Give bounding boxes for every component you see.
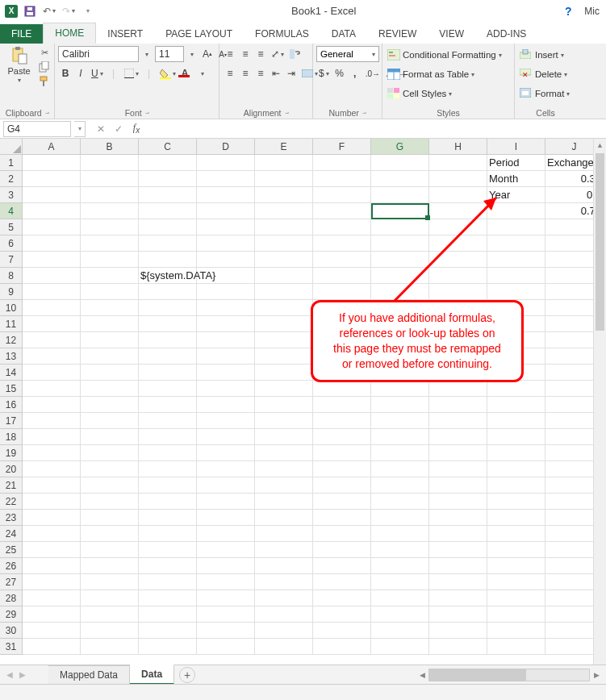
cell-A2[interactable] <box>23 171 81 187</box>
cell-H1[interactable] <box>429 155 487 171</box>
cell-A26[interactable] <box>23 558 81 574</box>
cell-H22[interactable] <box>429 494 487 510</box>
cell-C24[interactable] <box>139 526 197 542</box>
copy-button[interactable] <box>38 60 51 73</box>
cell-E25[interactable] <box>255 542 313 558</box>
redo-button[interactable]: ↷ <box>61 4 76 19</box>
font-name-select[interactable] <box>58 46 139 62</box>
tab-formulas[interactable]: FORMULAS <box>244 24 320 44</box>
cell-B25[interactable] <box>81 542 139 558</box>
cell-E10[interactable] <box>255 300 313 316</box>
cell-A8[interactable] <box>23 268 81 284</box>
cell-B9[interactable] <box>81 284 139 300</box>
cell-E14[interactable] <box>255 365 313 381</box>
row-header-12[interactable]: 12 <box>0 332 23 348</box>
cell-G22[interactable] <box>371 494 429 510</box>
cell-D7[interactable] <box>197 252 255 268</box>
cell-A1[interactable] <box>23 155 81 171</box>
format-as-table-button[interactable]: Format as Table ▾ <box>386 65 476 83</box>
align-left-button[interactable]: ≡ <box>223 65 237 81</box>
horizontal-scrollbar[interactable]: ◀ ▶ <box>195 669 606 681</box>
vertical-scroll-thumb[interactable] <box>596 153 604 331</box>
cell-C23[interactable] <box>139 510 197 526</box>
increase-indent-button[interactable]: ⇥ <box>284 65 299 81</box>
cell-H30[interactable] <box>429 623 487 639</box>
tab-review[interactable]: REVIEW <box>367 24 428 44</box>
cancel-formula-button[interactable]: ✕ <box>92 121 110 137</box>
cell-D12[interactable] <box>197 332 255 348</box>
cell-G17[interactable] <box>371 413 429 429</box>
row-header-5[interactable]: 5 <box>0 219 23 235</box>
cell-C15[interactable] <box>139 381 197 397</box>
cell-B4[interactable] <box>81 203 139 219</box>
cell-D19[interactable] <box>197 445 255 461</box>
cell-styles-button[interactable]: Cell Styles ▾ <box>386 85 453 102</box>
cell-A24[interactable] <box>23 526 81 542</box>
cell-F23[interactable] <box>313 510 371 526</box>
column-header-I[interactable]: I <box>487 139 545 154</box>
cell-B1[interactable] <box>81 155 139 171</box>
cut-button[interactable]: ✂ <box>38 46 51 59</box>
cell-F7[interactable] <box>313 252 371 268</box>
row-header-28[interactable]: 28 <box>0 590 23 606</box>
cell-C10[interactable] <box>139 300 197 316</box>
customize-qat-button[interactable]: ▾ <box>81 4 95 19</box>
cell-C6[interactable] <box>139 235 197 252</box>
cell-A3[interactable] <box>23 187 81 203</box>
cell-E22[interactable] <box>255 494 313 510</box>
cell-G26[interactable] <box>371 558 429 574</box>
cell-A25[interactable] <box>23 542 81 558</box>
scroll-right-button[interactable]: ▶ <box>590 669 603 681</box>
cell-H15[interactable] <box>429 381 487 397</box>
italic-button[interactable]: I <box>73 65 88 81</box>
cell-C8[interactable]: ${system.DATA} <box>139 268 197 284</box>
cell-G24[interactable] <box>371 526 429 542</box>
cell-I30[interactable] <box>487 623 545 639</box>
row-header-10[interactable]: 10 <box>0 300 23 316</box>
cell-F20[interactable] <box>313 461 371 477</box>
wrap-text-button[interactable] <box>287 46 303 62</box>
align-bottom-button[interactable]: ≡ <box>253 46 268 62</box>
cell-A20[interactable] <box>23 461 81 477</box>
cell-C29[interactable] <box>139 606 197 623</box>
row-header-31[interactable]: 31 <box>0 639 23 655</box>
scroll-left-button[interactable]: ◀ <box>416 669 428 681</box>
cell-A7[interactable] <box>23 252 81 268</box>
align-center-button[interactable]: ≡ <box>238 65 253 81</box>
row-header-24[interactable]: 24 <box>0 526 23 542</box>
tab-insert[interactable]: INSERT <box>96 24 154 44</box>
cell-D26[interactable] <box>197 558 255 574</box>
cell-D18[interactable] <box>197 429 255 445</box>
cell-I21[interactable] <box>487 477 545 494</box>
cell-F24[interactable] <box>313 526 371 542</box>
cell-E8[interactable] <box>255 268 313 284</box>
cell-C22[interactable] <box>139 494 197 510</box>
row-header-27[interactable]: 27 <box>0 574 23 590</box>
font-size-select[interactable] <box>155 46 184 62</box>
cell-I18[interactable] <box>487 429 545 445</box>
cell-E30[interactable] <box>255 623 313 639</box>
cell-A13[interactable] <box>23 348 81 365</box>
cell-I28[interactable] <box>487 590 545 606</box>
cell-F19[interactable] <box>313 445 371 461</box>
increase-decimal-button[interactable]: .0→ <box>363 65 382 81</box>
cell-E17[interactable] <box>255 413 313 429</box>
cell-E29[interactable] <box>255 606 313 623</box>
cell-C13[interactable] <box>139 348 197 365</box>
cell-C12[interactable] <box>139 332 197 348</box>
cell-B5[interactable] <box>81 219 139 235</box>
cell-E31[interactable] <box>255 639 313 655</box>
name-box[interactable]: G4 <box>3 121 71 137</box>
cell-F22[interactable] <box>313 494 371 510</box>
cell-B26[interactable] <box>81 558 139 574</box>
cell-I23[interactable] <box>487 510 545 526</box>
cell-C27[interactable] <box>139 574 197 590</box>
cell-D22[interactable] <box>197 494 255 510</box>
cell-D4[interactable] <box>197 203 255 219</box>
cell-A27[interactable] <box>23 574 81 590</box>
cell-D23[interactable] <box>197 510 255 526</box>
format-painter-button[interactable] <box>38 75 51 88</box>
cell-F9[interactable] <box>313 284 371 300</box>
conditional-formatting-button[interactable]: Conditional Formatting ▾ <box>386 46 504 64</box>
cell-G1[interactable] <box>371 155 429 171</box>
